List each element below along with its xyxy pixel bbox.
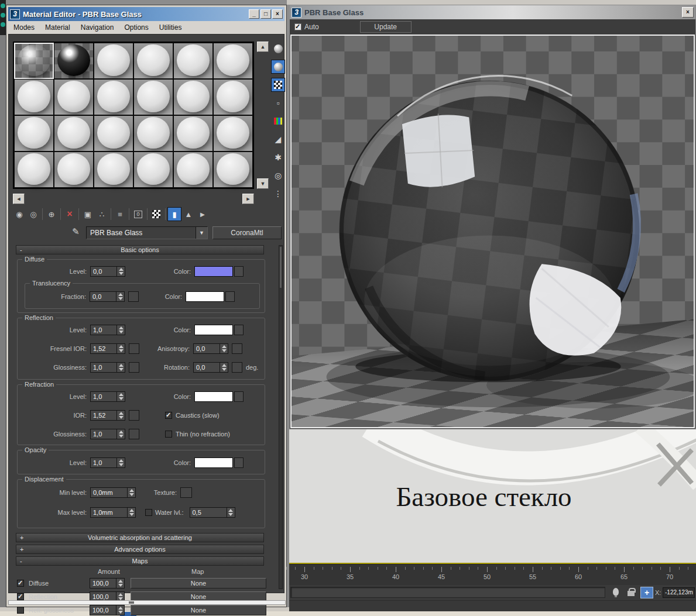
- sample-uv-tiling-icon[interactable]: ▫: [271, 96, 285, 110]
- refraction-level-spinner[interactable]: 1,0: [90, 391, 125, 402]
- maps-diffuse-checkbox[interactable]: [17, 580, 24, 587]
- material-name-dropdown[interactable]: PBR Base Glass ▼: [86, 226, 208, 239]
- close-icon[interactable]: ×: [682, 7, 694, 18]
- reflection-glossiness-spinner[interactable]: 1,0: [90, 362, 125, 373]
- translucency-fraction-spinner[interactable]: 0,0: [90, 291, 125, 302]
- scroll-left-button[interactable]: ◄: [13, 194, 25, 204]
- maps-reflection-checkbox[interactable]: [17, 593, 24, 600]
- anisotropy-spinner[interactable]: 0,0: [193, 343, 228, 354]
- rollout-advanced[interactable]: + Advanced options: [16, 545, 264, 554]
- refraction-glossiness-spinner[interactable]: 1,0: [90, 429, 125, 439]
- sample-slot[interactable]: [15, 152, 53, 187]
- rotation-spinner[interactable]: 0,0: [193, 362, 228, 373]
- sample-slot[interactable]: [174, 43, 212, 78]
- put-material-to-scene-icon[interactable]: ◎: [26, 207, 40, 221]
- transform-gizmo-icon[interactable]: +: [640, 587, 653, 598]
- scroll-right-button[interactable]: ►: [242, 194, 254, 204]
- reflection-level-spinner[interactable]: 1,0: [90, 325, 125, 335]
- make-preview-icon[interactable]: ◢: [271, 132, 285, 146]
- displacement-max-spinner[interactable]: 1,0mm: [90, 507, 136, 518]
- sample-slot[interactable]: [214, 43, 252, 78]
- thin-checkbox[interactable]: [165, 431, 172, 438]
- assign-material-to-selection-icon[interactable]: ⊕: [44, 207, 59, 221]
- caustics-checkbox[interactable]: [165, 412, 172, 419]
- sample-slot[interactable]: [54, 152, 93, 187]
- backlight-icon[interactable]: [271, 60, 285, 74]
- translucency-fraction-map-button[interactable]: [128, 291, 139, 302]
- refraction-color-map-button[interactable]: [234, 391, 244, 402]
- sample-slot[interactable]: [174, 80, 212, 115]
- sample-slot[interactable]: [214, 116, 252, 151]
- sample-type-sphere-icon[interactable]: [271, 42, 285, 56]
- sample-slot[interactable]: [134, 80, 173, 115]
- material-options-icon[interactable]: ✱: [271, 150, 285, 164]
- maps-diffuse-map-button[interactable]: None: [131, 578, 266, 589]
- water-level-spinner[interactable]: 0,5: [190, 507, 235, 518]
- pick-material-eyedropper-icon[interactable]: ✎: [72, 226, 80, 237]
- sample-slot[interactable]: [214, 152, 252, 187]
- sample-slot[interactable]: [94, 43, 133, 78]
- sample-slot[interactable]: [15, 116, 53, 151]
- sample-slot[interactable]: [214, 80, 252, 115]
- displacement-min-spinner[interactable]: 0,0mm: [90, 487, 136, 498]
- track-bar[interactable]: [290, 587, 605, 598]
- scroll-down-button[interactable]: ▼: [257, 178, 269, 189]
- sample-slot[interactable]: [134, 43, 173, 78]
- opacity-color-map-button[interactable]: [234, 457, 244, 468]
- opacity-level-spinner[interactable]: 1,0: [90, 457, 125, 468]
- render-title-bar[interactable]: 3 PBR Base Glass ×: [290, 5, 695, 19]
- reflection-color-map-button[interactable]: [234, 325, 244, 335]
- sample-slot[interactable]: [174, 116, 212, 151]
- menu-utilities[interactable]: Utilities: [154, 23, 187, 32]
- window-horizontal-scrollbar[interactable]: [8, 600, 286, 605]
- make-material-copy-icon[interactable]: ▣: [81, 207, 95, 221]
- parameters-scrollbar[interactable]: [279, 245, 283, 589]
- chevron-down-icon[interactable]: ▼: [196, 227, 207, 239]
- put-to-library-icon[interactable]: ≡: [113, 207, 127, 221]
- rollout-basic-options[interactable]: - Basic options: [16, 245, 264, 254]
- main-viewport[interactable]: Базовое стекло: [289, 429, 696, 563]
- show-end-result-icon[interactable]: ▮: [167, 207, 181, 221]
- sample-slot[interactable]: [94, 80, 133, 115]
- fresnel-ior-spinner[interactable]: 1,52: [90, 343, 125, 354]
- selection-lock-icon[interactable]: [628, 591, 635, 596]
- rotation-map-button[interactable]: [232, 362, 242, 373]
- water-level-checkbox[interactable]: [145, 509, 152, 516]
- refraction-color-swatch[interactable]: [194, 391, 233, 402]
- maps-refl-glossiness-map-button[interactable]: None: [131, 605, 266, 615]
- menu-navigation[interactable]: Navigation: [76, 23, 119, 32]
- rollout-volumetric[interactable]: + Volumetric absorption and scattering: [16, 533, 264, 542]
- make-unique-icon[interactable]: ∴: [95, 207, 109, 221]
- reflection-color-swatch[interactable]: [194, 325, 233, 335]
- minimize-button[interactable]: _: [249, 9, 259, 19]
- diffuse-color-map-button[interactable]: [234, 266, 244, 277]
- material-type-button[interactable]: CoronaMtl: [212, 226, 282, 239]
- maximize-button[interactable]: □: [260, 9, 271, 19]
- close-button[interactable]: ×: [272, 9, 283, 19]
- get-material-icon[interactable]: ◉: [12, 207, 26, 221]
- timeline-ruler[interactable]: 303540455055606570: [289, 564, 696, 585]
- reflection-glossiness-map-button[interactable]: [129, 362, 139, 373]
- background-checker-icon[interactable]: [271, 78, 285, 92]
- sample-slot[interactable]: [54, 43, 93, 78]
- diffuse-color-swatch[interactable]: [194, 266, 233, 277]
- menu-material[interactable]: Material: [40, 23, 76, 32]
- sample-slot[interactable]: [174, 152, 212, 187]
- title-bar[interactable]: 3 Material Editor - PBR Base Glass _ □ ×: [8, 7, 284, 21]
- sample-slot[interactable]: [134, 116, 173, 151]
- maps-diffuse-amount-spinner[interactable]: 100,0: [90, 578, 125, 589]
- show-map-in-viewport-icon[interactable]: [149, 207, 163, 221]
- material-id-channel-icon[interactable]: 0: [131, 207, 145, 221]
- scroll-up-button[interactable]: ▲: [257, 42, 269, 52]
- x-coordinate-field[interactable]: -122,123m: [663, 587, 695, 598]
- auto-checkbox[interactable]: [294, 23, 301, 30]
- reset-map-icon[interactable]: ×: [63, 207, 77, 221]
- go-forward-to-sibling-icon[interactable]: ►: [196, 207, 210, 221]
- translucency-color-swatch[interactable]: [186, 291, 224, 302]
- opacity-color-swatch[interactable]: [194, 457, 233, 468]
- diffuse-level-spinner[interactable]: 0,0: [90, 266, 125, 277]
- maps-refl-glossiness-amount-spinner[interactable]: 100,0: [90, 605, 125, 615]
- menu-options[interactable]: Options: [119, 23, 153, 32]
- update-button[interactable]: Update: [360, 21, 412, 33]
- rollout-maps[interactable]: - Maps: [16, 556, 264, 566]
